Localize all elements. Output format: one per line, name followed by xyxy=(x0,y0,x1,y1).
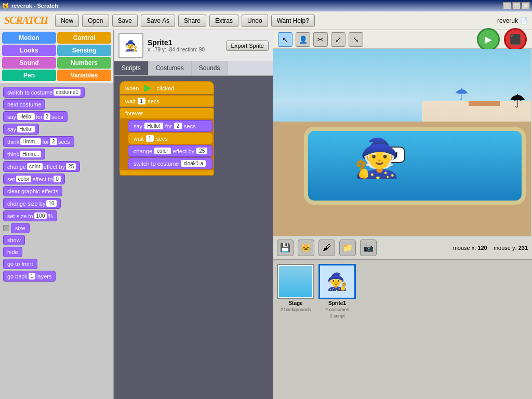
block-say[interactable]: say Hello! xyxy=(3,124,39,135)
category-pen[interactable]: Pen xyxy=(2,70,56,81)
block-change-color-effect[interactable]: change color effect by 25 xyxy=(128,145,213,157)
scissors-tool[interactable]: ✂ xyxy=(313,32,328,47)
block-say-hello[interactable]: say Hello! for 2 secs xyxy=(128,120,213,132)
script-panel: 🧙 Sprite1 x: -79 y: -84 direction: 90 Ex… xyxy=(114,30,273,399)
shrink-tool[interactable]: ⤡ xyxy=(349,32,363,47)
user-icon: 📄 xyxy=(520,17,528,24)
stage-icon-paint[interactable]: 🖌 xyxy=(318,240,335,256)
category-sound[interactable]: Sound xyxy=(2,57,56,69)
block-set-size[interactable]: set size to 100 % xyxy=(3,210,57,221)
blocks-list: switch to costume costume1 next costume … xyxy=(0,83,113,399)
block-when-clicked[interactable]: when clicked xyxy=(119,81,214,95)
list-item: think Hmm... xyxy=(3,149,110,159)
umbrella-icon: ☂ xyxy=(509,90,526,112)
witch-image: 🧙 xyxy=(353,136,400,180)
export-sprite-button[interactable]: Export Sprite xyxy=(226,41,269,51)
mouse-y-label: mouse y: xyxy=(494,245,517,251)
sprite-name-area: Sprite1 x: -79 y: -84 direction: 90 xyxy=(148,38,222,52)
category-motion[interactable]: Motion xyxy=(2,32,56,44)
cursor-tool[interactable]: ↖ xyxy=(278,32,292,47)
block-change-size[interactable]: change size by 10 xyxy=(3,198,61,209)
block-say-for[interactable]: say Hello! for 2 secs xyxy=(3,111,68,122)
checkbox-size[interactable] xyxy=(3,225,9,231)
script-tabs: Scripts Costumes Sounds xyxy=(114,61,273,76)
titlebar-title: 🐱 reveruk - Scratch xyxy=(2,3,58,9)
sprite-coords: x: -79 y: -84 direction: 90 xyxy=(148,47,222,52)
witch-container: Hello! 🧙 xyxy=(353,136,400,180)
sprite1-card[interactable]: 🧙 Sprite1 2 costumes 1 script xyxy=(318,264,356,318)
grow-tool[interactable]: ⤢ xyxy=(331,32,345,47)
stop-button[interactable]: ⬛ xyxy=(504,28,527,51)
block-change-effect[interactable]: change color effect by 25 xyxy=(3,161,80,172)
category-numbers[interactable]: Numbers xyxy=(57,57,111,69)
block-switch-costume[interactable]: switch to costume costume1 xyxy=(3,87,85,98)
new-button[interactable]: New xyxy=(55,15,79,27)
run-controls: ▶ ⬛ xyxy=(477,28,527,51)
close-button[interactable]: ✕ xyxy=(522,2,530,9)
sprites-panel: Stage 2 backgrounds 🧙 Sprite1 2 costumes… xyxy=(273,259,532,399)
share-button[interactable]: Share xyxy=(178,15,206,27)
save-as-button[interactable]: Save As xyxy=(141,15,175,27)
list-item: next costume xyxy=(3,99,110,110)
block-think-for[interactable]: think Hmm... for 2 secs xyxy=(3,136,74,147)
stage-icon-folder[interactable]: 📁 xyxy=(339,240,356,256)
category-looks[interactable]: Looks xyxy=(2,45,56,56)
stage-tools: ↖ 👤 ✂ ⤢ ⤡ xyxy=(278,32,363,47)
witch-sprite: Hello! 🧙 xyxy=(335,111,418,205)
extras-button[interactable]: Extras xyxy=(209,15,238,27)
tab-sounds[interactable]: Sounds xyxy=(192,61,228,75)
category-variables[interactable]: Variables xyxy=(57,70,111,81)
sprite1-thumb: 🧙 xyxy=(318,264,356,299)
list-item: change color effect by 25 xyxy=(3,161,110,172)
stage-card[interactable]: Stage 2 backgrounds xyxy=(277,264,314,312)
stage-controls: ↖ 👤 ✂ ⤢ ⤡ ▶ ⬛ xyxy=(273,30,532,49)
block-set-effect[interactable]: set color effect to 0 xyxy=(3,174,65,184)
script-area[interactable]: when clicked wait 1 secs forever say xyxy=(114,76,273,399)
tab-scripts[interactable]: Scripts xyxy=(114,61,149,75)
list-item: say Hello! for 2 secs xyxy=(3,111,110,122)
block-forever[interactable]: forever xyxy=(119,108,214,119)
block-next-costume[interactable]: next costume xyxy=(3,99,45,110)
stage-icon-save[interactable]: 💾 xyxy=(277,240,294,256)
undo-button[interactable]: Undo xyxy=(242,15,268,27)
open-button[interactable]: Open xyxy=(82,15,109,27)
green-flag-button[interactable]: ▶ xyxy=(477,28,500,51)
maximize-button[interactable]: □ xyxy=(512,2,521,9)
block-go-back[interactable]: go back 1 layers xyxy=(3,271,56,282)
block-forever-group: forever say Hello! for 2 secs wait 1 sec… xyxy=(119,108,214,176)
block-switch-costume-script[interactable]: switch to costume cloak1-a xyxy=(128,157,213,169)
list-item: size xyxy=(3,223,110,233)
minimize-button[interactable]: _ xyxy=(503,2,511,9)
help-button[interactable]: Want Help? xyxy=(271,15,315,27)
mouse-x-label: mouse x: xyxy=(453,245,476,251)
forever-cap xyxy=(119,170,214,176)
stage-icon-camera[interactable]: 📷 xyxy=(360,240,377,256)
block-wait-1[interactable]: wait 1 secs xyxy=(119,95,214,107)
umbrella2-icon: ☂ xyxy=(455,85,469,103)
stage-canvas: ☂ ☂ Hello! 🧙 xyxy=(273,49,531,236)
sprite-info-bar: 🧙 Sprite1 x: -79 y: -84 direction: 90 Ex… xyxy=(114,30,273,61)
stage-icon-sprite[interactable]: 🐱 xyxy=(298,240,314,256)
block-think[interactable]: think Hmm... xyxy=(3,149,45,159)
list-item: say Hello! xyxy=(3,124,110,135)
app-icon: 🐱 xyxy=(2,3,9,9)
block-clear-effects[interactable]: clear graphic effects xyxy=(3,186,62,196)
block-go-front[interactable]: go to front xyxy=(3,259,37,269)
block-hide[interactable]: hide xyxy=(3,247,22,257)
stage-bottom: 💾 🐱 🖌 📁 📷 mouse x: 120 mouse y: 231 xyxy=(273,236,532,259)
list-item: show xyxy=(3,235,110,245)
save-button[interactable]: Save xyxy=(112,15,138,27)
script-block-group: when clicked wait 1 secs forever say xyxy=(119,81,214,176)
category-control[interactable]: Control xyxy=(57,32,111,44)
stage-background: ☂ ☂ Hello! 🧙 xyxy=(273,49,531,236)
tab-costumes[interactable]: Costumes xyxy=(149,61,192,75)
stamp-tool[interactable]: 👤 xyxy=(296,32,310,47)
block-wait-2[interactable]: wait 1 secs xyxy=(128,132,213,144)
block-show[interactable]: show xyxy=(3,235,25,245)
list-item: change size by 10 xyxy=(3,198,110,209)
category-sensing[interactable]: Sensing xyxy=(57,45,111,56)
forever-body: say Hello! for 2 secs wait 1 secs change… xyxy=(119,119,214,170)
window-controls[interactable]: _ □ ✕ xyxy=(503,2,530,9)
block-size[interactable]: size xyxy=(11,223,30,233)
sprite-thumbnail: 🧙 xyxy=(118,33,143,58)
